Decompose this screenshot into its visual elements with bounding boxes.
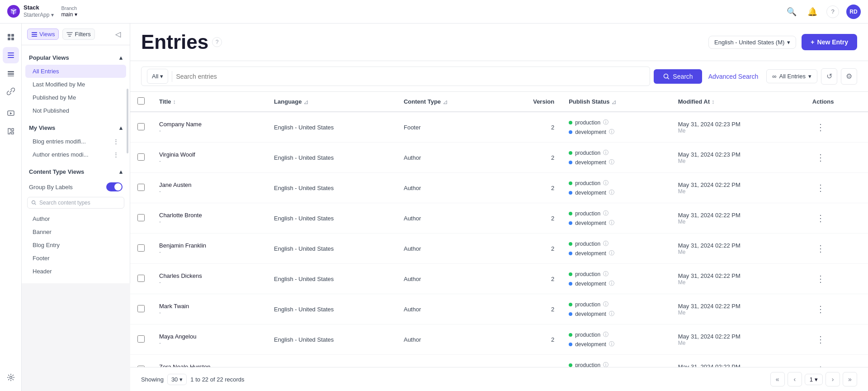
icon-link-button[interactable] [3, 83, 19, 100]
icon-stack-button[interactable] [3, 65, 19, 81]
popular-views-header[interactable]: Popular Views ▴ [22, 51, 130, 65]
development-info-icon[interactable]: ⓘ [609, 340, 614, 348]
per-page-select[interactable]: 30 ▾ [167, 374, 187, 385]
page-indicator[interactable]: 1 ▾ [805, 374, 823, 385]
last-page-button[interactable]: » [843, 372, 857, 386]
user-avatar[interactable]: RD [846, 5, 861, 19]
views-tab-icon [31, 31, 38, 38]
development-info-icon[interactable]: ⓘ [609, 189, 614, 196]
popular-item-last-modified[interactable]: Last Modified by Me [25, 78, 126, 91]
filters-tab[interactable]: Filters [62, 29, 94, 40]
branch-info[interactable]: Branch main ▾ [61, 5, 77, 19]
production-info-icon[interactable]: ⓘ [603, 119, 609, 126]
refresh-button[interactable]: ↺ [821, 68, 837, 85]
table-settings-button[interactable]: ⚙ [841, 68, 857, 85]
select-all-checkbox[interactable] [137, 97, 145, 105]
production-info-icon[interactable]: ⓘ [603, 300, 609, 308]
collapse-panel-button[interactable]: ◁ [112, 28, 124, 40]
production-info-icon[interactable]: ⓘ [603, 240, 609, 248]
first-page-button[interactable]: « [770, 372, 785, 386]
row-title: Zora Neale Hurston [159, 363, 259, 367]
content-type-search-box[interactable]: Search content types [27, 197, 124, 209]
production-info-icon[interactable]: ⓘ [603, 270, 609, 278]
popular-item-not-published[interactable]: Not Published [25, 104, 126, 117]
row-checkbox-0[interactable] [137, 123, 145, 130]
ct-item-banner[interactable]: Banner [25, 225, 126, 238]
views-tab[interactable]: Views [27, 29, 59, 40]
row-title: Charlotte Bronte [159, 212, 259, 219]
row-actions-button-0[interactable]: ⋮ [812, 120, 829, 134]
row-modified: May 31, 2024 02:23 PM Me [678, 151, 798, 164]
search-input[interactable] [176, 70, 644, 83]
my-view-item-2-menu-button[interactable]: ⋮ [113, 151, 119, 158]
row-checkbox-5[interactable] [137, 275, 145, 282]
row-checkbox-1[interactable] [137, 153, 145, 161]
advanced-search-button[interactable]: Advanced Search [706, 70, 761, 83]
notifications-button[interactable]: 🔔 [806, 5, 819, 19]
icon-list-button[interactable] [3, 47, 19, 63]
th-content-type-filter-button[interactable]: ⊿ [443, 98, 448, 105]
production-info-icon[interactable]: ⓘ [603, 331, 609, 339]
ct-item-author[interactable]: Author [25, 212, 126, 225]
search-button[interactable]: Search [654, 69, 702, 84]
ct-item-blog-entry[interactable]: Blog Entry [25, 238, 126, 252]
th-modified-at-sort-icon[interactable]: ↕ [712, 98, 715, 105]
production-info-icon[interactable]: ⓘ [603, 179, 609, 187]
row-actions-button-3[interactable]: ⋮ [812, 211, 829, 225]
icon-settings-button[interactable] [3, 369, 19, 386]
help-button[interactable]: ? [826, 5, 839, 18]
row-actions-button-2[interactable]: ⋮ [812, 181, 829, 195]
row-checkbox-3[interactable] [137, 214, 145, 221]
development-info-icon[interactable]: ⓘ [609, 280, 614, 287]
group-by-labels-toggle[interactable] [106, 182, 123, 191]
row-checkbox-2[interactable] [137, 184, 145, 191]
next-page-button[interactable]: › [826, 372, 840, 386]
icon-media-button[interactable] [3, 105, 19, 121]
development-info-icon[interactable]: ⓘ [609, 310, 614, 318]
my-view-item-2[interactable]: Author entries modi... ⋮ [25, 148, 126, 161]
icon-grid-button[interactable] [3, 29, 19, 45]
search-type-button[interactable]: All ▾ [147, 69, 168, 84]
logo[interactable]: Stack StarterApp ▾ [7, 4, 54, 19]
row-checkbox-7[interactable] [137, 335, 145, 343]
entries-help-button[interactable]: ? [212, 37, 222, 47]
production-info-icon[interactable]: ⓘ [603, 149, 609, 157]
development-info-icon[interactable]: ⓘ [609, 128, 614, 136]
row-modified-cell: May 31, 2024 02:23 PM Me [671, 143, 805, 173]
production-info-icon[interactable]: ⓘ [603, 361, 609, 367]
row-actions-button-7[interactable]: ⋮ [812, 332, 829, 347]
my-views-header[interactable]: My Views ▴ [22, 121, 130, 135]
new-entry-button[interactable]: + New Entry [802, 34, 857, 50]
content-type-header[interactable]: Content Type Views ▴ [22, 165, 130, 179]
row-actions-button-4[interactable]: ⋮ [812, 241, 829, 256]
development-info-icon[interactable]: ⓘ [609, 249, 614, 257]
icon-puzzle-button[interactable] [3, 123, 19, 139]
prev-page-button[interactable]: ‹ [788, 372, 802, 386]
production-info-icon[interactable]: ⓘ [603, 210, 609, 217]
row-actions-button-5[interactable]: ⋮ [812, 272, 829, 286]
row-status-cell: production ⓘ development ⓘ [561, 143, 671, 173]
row-actions-button-1[interactable]: ⋮ [812, 150, 829, 165]
popular-item-all-entries[interactable]: All Entries [25, 65, 126, 78]
my-view-item-1-menu-button[interactable]: ⋮ [113, 138, 119, 145]
th-publish-status-filter-button[interactable]: ⊿ [611, 98, 617, 105]
all-entries-filter-button[interactable]: ∞ All Entries ▾ [766, 69, 817, 83]
language-selector[interactable]: English - United States (M) ▾ [708, 36, 796, 49]
development-info-icon[interactable]: ⓘ [609, 158, 614, 166]
row-checkbox-4[interactable] [137, 244, 145, 252]
search-nav-button[interactable]: 🔍 [785, 5, 798, 19]
development-info-icon[interactable]: ⓘ [609, 219, 614, 227]
ct-item-footer[interactable]: Footer [25, 252, 126, 265]
my-view-item-1[interactable]: Blog entries modifi... ⋮ [25, 135, 126, 148]
row-actions-button-6[interactable]: ⋮ [812, 302, 829, 316]
ct-item-header[interactable]: Header [25, 265, 126, 278]
th-language-filter-button[interactable]: ⊿ [303, 98, 309, 105]
production-dot [569, 272, 572, 276]
development-label: development [575, 311, 606, 317]
row-content-type: Author [404, 245, 421, 252]
row-actions-button-8[interactable]: ⋮ [812, 362, 829, 367]
popular-item-published-by-me[interactable]: Published by Me [25, 91, 126, 104]
row-checkbox-6[interactable] [137, 305, 145, 312]
th-title-sort-icon[interactable]: ↕ [173, 98, 176, 105]
branch-name: main ▾ [61, 11, 77, 19]
